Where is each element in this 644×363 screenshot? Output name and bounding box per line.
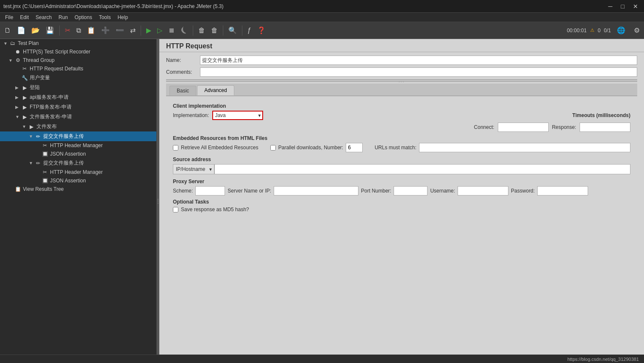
- menu-bar: File Edit Search Run Options Tools Help: [0, 13, 644, 22]
- http-request-panel: HTTP Request Name: Comments: Basic Advan…: [159, 39, 644, 221]
- resize-handle[interactable]: [157, 39, 159, 363]
- username-input[interactable]: [458, 186, 508, 195]
- menu-edit[interactable]: Edit: [17, 14, 32, 21]
- username-label: Username:: [430, 188, 455, 194]
- minimize-button[interactable]: ─: [606, 2, 615, 11]
- toggle-button[interactable]: ⇄: [128, 25, 138, 36]
- server-name-input[interactable]: [274, 186, 358, 195]
- tree-item[interactable]: ▶▶api服务发布-申请: [0, 92, 156, 102]
- open-button[interactable]: 📂: [29, 25, 42, 36]
- retrieve-checkbox[interactable]: [173, 145, 178, 151]
- tree-node-icon: ⏺: [14, 49, 21, 55]
- menu-options[interactable]: Options: [71, 14, 95, 21]
- tree-node-icon: ⚙: [14, 57, 21, 63]
- tree-node-icon: ✏: [35, 160, 42, 166]
- options-button[interactable]: ⚙: [631, 25, 642, 36]
- tree-item[interactable]: ▼▶文件发布: [0, 122, 156, 131]
- menu-tools[interactable]: Tools: [95, 14, 114, 21]
- start-no-pause-button[interactable]: ▷: [155, 25, 165, 36]
- source-select[interactable]: IP/Hostname Device Device IPv4 Device IP…: [173, 164, 214, 174]
- save-md5-checkbox[interactable]: [173, 207, 178, 212]
- new-button[interactable]: 🗋: [2, 25, 14, 36]
- menu-file[interactable]: File: [2, 14, 17, 21]
- menu-search[interactable]: Search: [32, 14, 55, 21]
- parallel-label[interactable]: Parallel downloads, Number:: [278, 145, 343, 151]
- impl-label: Implementation:: [173, 112, 209, 118]
- tree-item-label: 用户变量: [30, 74, 50, 81]
- clear-button[interactable]: 🗑: [196, 25, 208, 36]
- comments-row: Comments:: [166, 67, 637, 77]
- password-label: Password:: [511, 188, 535, 194]
- tree-item[interactable]: 📋View Results Tree: [0, 185, 156, 193]
- comments-input[interactable]: [200, 67, 637, 77]
- timer-value: 00:00:01: [567, 28, 587, 34]
- tree-item[interactable]: ▼⚙Thread Group: [0, 56, 156, 64]
- tree-item[interactable]: ▼✏提交文件服务上传: [0, 131, 156, 141]
- remote-button[interactable]: 🌐: [614, 25, 628, 36]
- tree-node-icon: ✂: [42, 142, 48, 148]
- tree-item[interactable]: ✂HTTP Header Manager: [0, 168, 156, 176]
- tabs-bar: Basic Advanced: [166, 84, 637, 96]
- tree-item[interactable]: ⏺HTTP(S) Test Script Recorder: [0, 47, 156, 56]
- help-button[interactable]: ❓: [255, 25, 268, 36]
- menu-help[interactable]: Help: [114, 14, 131, 21]
- copy-button[interactable]: ⧉: [74, 25, 83, 36]
- save-button[interactable]: 💾: [43, 25, 57, 36]
- tree-item[interactable]: 🔧用户变量: [0, 73, 156, 83]
- tree-item[interactable]: ▼▶文件服务发布-申请: [0, 112, 156, 122]
- timeouts-group: Timeouts (milliseconds): [572, 112, 630, 118]
- separator-3: [193, 25, 193, 36]
- close-button[interactable]: ✕: [630, 2, 641, 11]
- connect-input[interactable]: [498, 123, 549, 132]
- implementation-row: Implementation: Java HttpClient4 HttpCli…: [173, 111, 630, 120]
- parallel-checkbox[interactable]: [270, 145, 276, 151]
- impl-select[interactable]: Java HttpClient4 HttpClient3.1: [212, 111, 263, 120]
- start-button[interactable]: ▶: [144, 25, 154, 36]
- parallel-number-input[interactable]: [346, 143, 363, 152]
- urls-match-input[interactable]: [419, 143, 630, 152]
- tree-arrow-icon: ▶: [15, 95, 19, 100]
- response-input[interactable]: [580, 123, 630, 132]
- tree-item[interactable]: ▼🗂Test Plan: [0, 39, 156, 47]
- panel-header: HTTP Request: [159, 39, 644, 52]
- template-button[interactable]: 📄: [14, 25, 28, 36]
- panel-title: HTTP Request: [166, 42, 637, 50]
- scheme-input[interactable]: [195, 186, 225, 195]
- tree-item[interactable]: ▼✏提交文件服务上传: [0, 158, 156, 168]
- stop-button[interactable]: ⏹: [166, 25, 178, 36]
- paste-button[interactable]: 📋: [84, 25, 98, 36]
- retrieve-row: Retrieve All Embedded Resources Parallel…: [173, 143, 630, 152]
- tree-item[interactable]: ▶▶登陆: [0, 83, 156, 92]
- ratio-display: 0/1: [604, 28, 611, 34]
- tree-node-icon: ▶: [21, 114, 28, 120]
- tree-node-icon: 🔲: [42, 151, 48, 157]
- save-md5-label[interactable]: Save response as MD5 hash?: [181, 207, 249, 212]
- name-input[interactable]: [200, 56, 637, 65]
- port-input[interactable]: [394, 186, 427, 195]
- expand-button[interactable]: ➕: [99, 25, 112, 36]
- tree-node-icon: 🔲: [42, 178, 48, 184]
- shutdown-button[interactable]: ⏾: [178, 25, 190, 36]
- tree-arrow-icon: ▼: [8, 58, 13, 63]
- clear-all-button[interactable]: 🗑: [208, 25, 220, 36]
- tree-item[interactable]: ✂HTTP Header Manager: [0, 141, 156, 150]
- tab-advanced[interactable]: Advanced: [197, 85, 234, 95]
- tab-basic[interactable]: Basic: [169, 86, 196, 95]
- password-input[interactable]: [537, 186, 588, 195]
- panel-resize-bar[interactable]: [166, 79, 637, 82]
- tree-item[interactable]: ▶▶FTP服务发布-申请: [0, 102, 156, 112]
- source-input[interactable]: [214, 164, 630, 174]
- tree-item[interactable]: 🔲JSON Assertion: [0, 176, 156, 185]
- cut-button[interactable]: ✂: [62, 25, 73, 36]
- tree-item[interactable]: ✂HTTP Request Defaults: [0, 64, 156, 73]
- embedded-header: Embedded Resources from HTML Files: [173, 135, 630, 141]
- search-toolbar-button[interactable]: 🔍: [226, 25, 239, 36]
- tree-item[interactable]: 🔲JSON Assertion: [0, 150, 156, 158]
- function-button[interactable]: ƒ: [245, 25, 254, 36]
- warning-count: 0: [598, 28, 601, 34]
- name-row: Name:: [166, 56, 637, 65]
- menu-run[interactable]: Run: [55, 14, 71, 21]
- maximize-button[interactable]: □: [619, 2, 627, 11]
- collapse-button[interactable]: ➖: [113, 25, 127, 36]
- retrieve-label[interactable]: Retrieve All Embedded Resources: [181, 145, 258, 151]
